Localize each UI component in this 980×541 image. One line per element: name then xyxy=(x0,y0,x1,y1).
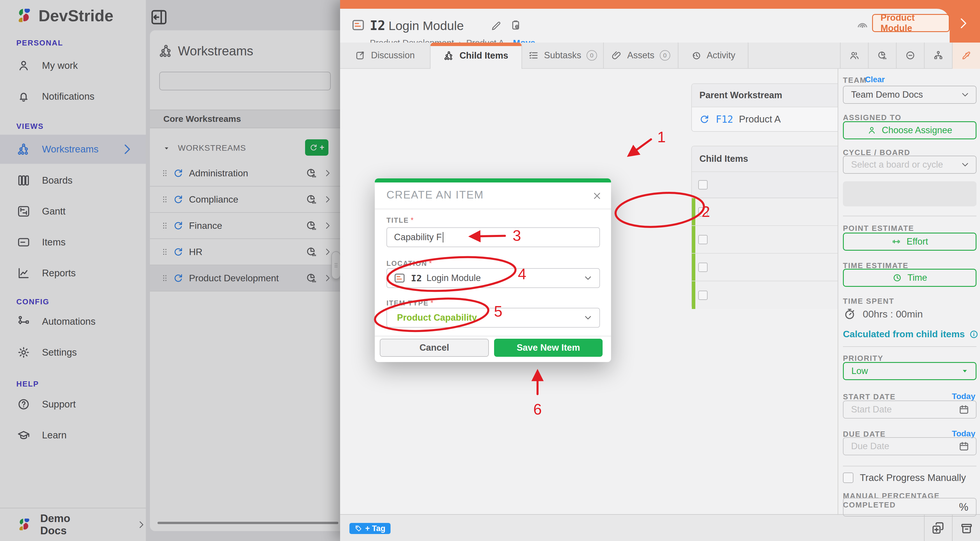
triangle-down-icon xyxy=(961,367,969,376)
chevron-down-icon xyxy=(584,274,592,282)
paperclip-icon xyxy=(611,50,622,60)
duplicate-icon[interactable] xyxy=(931,521,945,535)
effort-button[interactable]: Effort xyxy=(843,233,977,251)
time-spent-value: 00hrs : 00min xyxy=(863,308,923,320)
time-button[interactable]: Time xyxy=(843,269,977,287)
item-type-icon xyxy=(393,272,406,284)
close-icon[interactable] xyxy=(592,190,602,201)
text-cursor xyxy=(443,232,443,243)
child-items-icon xyxy=(444,51,454,61)
tab-discussion[interactable]: Discussion xyxy=(340,43,431,69)
cycle-board-select[interactable]: Select a board or cycle xyxy=(843,155,977,174)
people-icon xyxy=(849,50,859,60)
circle-minus-icon xyxy=(905,50,916,60)
row-checkbox[interactable] xyxy=(698,235,708,244)
priority-label: PRIORITY xyxy=(843,354,883,363)
location-select[interactable]: I2 Login Module xyxy=(387,268,600,288)
watch-icon[interactable] xyxy=(856,19,869,32)
title-field-label: TITLE * xyxy=(387,216,414,225)
add-tag-button[interactable]: + Tag xyxy=(349,523,391,534)
assets-count-badge: 0 xyxy=(660,50,670,60)
tab-progress[interactable] xyxy=(869,43,897,69)
row-status-bar xyxy=(692,198,695,225)
save-new-item-button[interactable]: Save New Item xyxy=(494,339,603,357)
devstride-app: DevStride PERSONAL My work Notifications… xyxy=(0,0,980,541)
clock-icon xyxy=(892,273,902,283)
start-date-input[interactable]: Start Date xyxy=(843,400,977,419)
sitemap-icon xyxy=(933,50,943,60)
discussion-icon xyxy=(355,50,366,60)
tab-hierarchy[interactable] xyxy=(924,43,953,69)
detail-tabs: Discussion Child Items Subtasks 0 Assets… xyxy=(340,43,980,69)
select-all-checkbox[interactable] xyxy=(698,180,708,189)
tab-child-items[interactable]: Child Items xyxy=(431,43,522,69)
row-status-bar xyxy=(692,254,695,281)
track-progress-row[interactable]: Track Progress Manually xyxy=(843,472,966,483)
row-checkbox[interactable] xyxy=(698,207,708,217)
parent-title: Product A xyxy=(739,114,781,125)
tab-activity[interactable]: Activity xyxy=(678,43,748,69)
item-key: I2 xyxy=(370,18,385,33)
manual-pct-input[interactable]: % xyxy=(843,498,977,517)
item-properties-rail: TEAM Clear Team Demo Docs ASSIGNED TO Ch… xyxy=(838,69,980,514)
workstream-loop-icon xyxy=(699,114,710,125)
calendar-icon xyxy=(958,441,969,452)
chevron-down-icon xyxy=(961,90,969,99)
choose-assignee-button[interactable]: Choose Assignee xyxy=(843,121,977,139)
row-status-bar xyxy=(692,281,695,309)
tab-spacer xyxy=(748,43,841,69)
empty-placeholder-block xyxy=(843,181,977,206)
person-icon xyxy=(867,125,877,135)
dumbbell-icon xyxy=(891,237,901,247)
copy-item-icon[interactable] xyxy=(510,19,522,31)
panel-orange-topbar xyxy=(340,0,980,9)
modal-accent-bar xyxy=(375,178,611,182)
team-select[interactable]: Team Demo Docs xyxy=(843,86,977,104)
row-checkbox[interactable] xyxy=(698,263,708,272)
collapse-detail-chevron-icon[interactable] xyxy=(956,16,970,30)
assigned-to-label: ASSIGNED TO xyxy=(843,113,902,122)
archive-icon[interactable] xyxy=(959,521,974,535)
item-title: Login Module xyxy=(388,19,464,33)
modal-title: CREATE AN ITEM xyxy=(387,189,484,201)
parent-key: F12 xyxy=(716,114,733,125)
start-date-today-link[interactable]: Today xyxy=(952,392,975,401)
track-progress-checkbox[interactable] xyxy=(843,473,853,483)
team-clear-link[interactable]: Clear xyxy=(865,75,885,84)
calendar-icon xyxy=(958,404,969,415)
create-item-modal: CREATE AN ITEM TITLE * Capability F LOCA… xyxy=(375,178,611,362)
tab-assets[interactable]: Assets 0 xyxy=(604,43,678,69)
subtasks-count-badge: 0 xyxy=(587,50,597,60)
modal-backdrop[interactable] xyxy=(0,0,340,541)
tag-icon xyxy=(355,525,362,532)
activity-icon xyxy=(691,50,702,60)
progress-pie-icon xyxy=(877,50,888,60)
location-field-label: LOCATION * xyxy=(387,259,432,268)
priority-select[interactable]: Low xyxy=(843,362,977,380)
tab-blockers[interactable] xyxy=(897,43,924,69)
row-status-bar xyxy=(692,226,695,253)
stopwatch-icon xyxy=(843,307,856,320)
calculated-link[interactable]: Calculated from child items xyxy=(843,329,979,340)
tab-people[interactable] xyxy=(841,43,869,69)
chevron-down-icon xyxy=(584,313,592,322)
time-spent-label: TIME SPENT xyxy=(843,297,894,306)
team-label: TEAM xyxy=(843,76,867,85)
cancel-button[interactable]: Cancel xyxy=(380,339,489,357)
point-estimate-label: POINT ESTIMATE xyxy=(843,224,914,233)
item-type-badge[interactable]: Product Module xyxy=(872,14,950,32)
item-type-icon xyxy=(351,18,365,32)
chevron-down-icon xyxy=(961,160,969,169)
item-type-field-label: ITEM TYPE * xyxy=(387,298,433,308)
item-header: I2 Login Module Product Development › Pr… xyxy=(340,9,950,43)
subtasks-icon xyxy=(528,50,539,60)
title-input[interactable]: Capability F xyxy=(387,227,600,247)
edit-title-icon[interactable] xyxy=(491,21,502,32)
due-date-input[interactable]: Due Date xyxy=(843,437,977,455)
row-checkbox[interactable] xyxy=(698,290,708,300)
start-date-label: START DATE xyxy=(843,392,896,401)
eyedropper-icon xyxy=(961,51,972,61)
tab-subtasks[interactable]: Subtasks 0 xyxy=(522,43,604,69)
item-type-select[interactable]: Product Capability xyxy=(387,308,600,328)
tab-styling[interactable] xyxy=(953,43,980,69)
